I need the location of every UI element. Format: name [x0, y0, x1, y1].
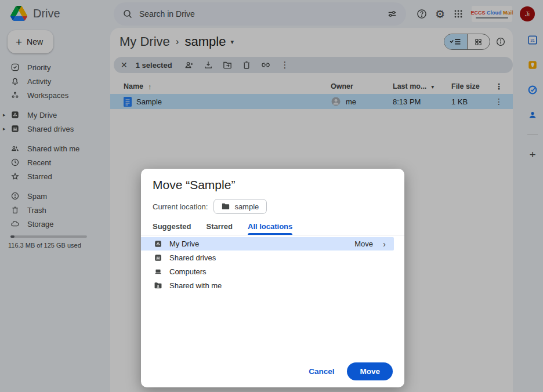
location-row-my-drive[interactable]: My Drive Move › [141, 237, 394, 251]
cancel-button[interactable]: Cancel [299, 362, 343, 380]
tab-starred[interactable]: Starred [206, 220, 233, 235]
current-location-chip[interactable]: sample [213, 199, 267, 214]
move-button[interactable]: Move [347, 362, 393, 380]
tab-suggested[interactable]: Suggested [153, 220, 191, 235]
google-drive-app: Drive + New Priority Activity Workspaces [0, 0, 543, 392]
location-list: My Drive Move › Shared drives Computers … [141, 237, 404, 293]
dialog-tabs: Suggested Starred All locations [141, 220, 404, 235]
shared-folder-icon [154, 281, 162, 290]
current-location-value: sample [234, 202, 259, 211]
location-row-shared-drives[interactable]: Shared drives [141, 251, 394, 264]
chevron-right-icon[interactable]: › [383, 239, 386, 249]
dialog-footer: Cancel Move [299, 362, 393, 380]
current-location-row: Current location: sample [153, 199, 267, 214]
current-location-label: Current location: [153, 202, 208, 211]
location-row-computers[interactable]: Computers [141, 265, 394, 278]
laptop-icon [154, 267, 162, 276]
location-label: Shared drives [169, 253, 216, 262]
dialog-title: Move “Sample” [153, 178, 235, 192]
my-drive-icon [154, 239, 162, 248]
folder-icon [222, 203, 230, 210]
move-dialog: Move “Sample” Current location: sample S… [141, 169, 404, 387]
location-label: Shared with me [169, 281, 222, 290]
location-label: Computers [169, 267, 207, 276]
location-label: My Drive [169, 239, 199, 248]
tab-all-locations[interactable]: All locations [248, 220, 292, 235]
move-here-label[interactable]: Move [354, 239, 373, 248]
shared-drives-icon [154, 253, 162, 262]
location-row-shared-with-me[interactable]: Shared with me [141, 279, 394, 292]
